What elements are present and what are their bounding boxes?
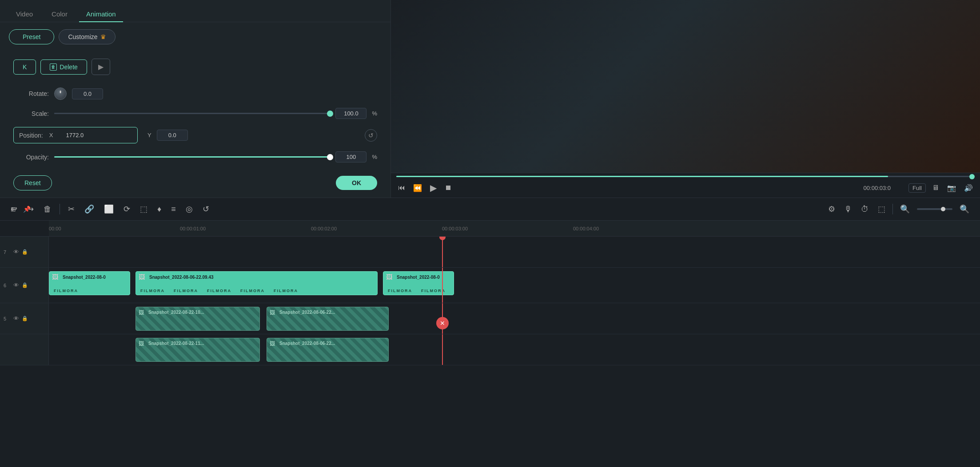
- track-num-6: 6: [4, 283, 11, 288]
- rotate-dial[interactable]: [54, 87, 67, 100]
- track-lock-6[interactable]: 🔒: [22, 282, 28, 288]
- link-button[interactable]: 🔗: [83, 202, 96, 216]
- stabilize-icon[interactable]: ⚙: [826, 202, 837, 216]
- rotate-row: Rotate:: [13, 87, 377, 100]
- scale-input[interactable]: [335, 108, 367, 119]
- playhead-7: [442, 237, 443, 267]
- track-content-6: 🖼 Snapshot_2022-08-0 FILMORA 🖼 Snapshot_…: [49, 268, 980, 303]
- ruler-mark-3: 00:00:03:00: [442, 226, 468, 231]
- tab-animation[interactable]: Animation: [79, 7, 123, 22]
- clip-6-2[interactable]: 🖼 Snapshot_2022-08-06-22.09.43 FILMORA F…: [135, 271, 378, 295]
- playhead-4: [442, 334, 443, 365]
- clip-6-1-label: Snapshot_2022-08-0: [60, 274, 108, 281]
- k-icon: K: [23, 63, 27, 71]
- pip-button[interactable]: ⬚: [138, 202, 149, 216]
- zoom-in-button[interactable]: 🔍: [958, 202, 971, 216]
- target-button[interactable]: ◎: [184, 202, 195, 216]
- position-y-input[interactable]: [157, 130, 188, 141]
- add-track-button[interactable]: ⊞: [9, 204, 18, 214]
- reset-tool-button[interactable]: ↺: [201, 202, 211, 216]
- rotate-tool-button[interactable]: ⟳: [122, 202, 132, 216]
- track-row-7: 7 👁 🔒: [0, 237, 980, 268]
- track-header-7: 7 👁 🔒: [0, 237, 49, 267]
- opacity-track[interactable]: [54, 156, 330, 158]
- play-button[interactable]: ▶: [92, 59, 110, 75]
- step-back-button[interactable]: ⏪: [411, 182, 424, 194]
- preview-canvas: [391, 0, 980, 173]
- position-x-input[interactable]: [59, 131, 90, 139]
- position-reset-button[interactable]: ↺: [365, 129, 377, 142]
- volume-icon[interactable]: 🔊: [962, 182, 975, 194]
- k-button[interactable]: K: [13, 59, 36, 75]
- right-toolbar: ⚙ 🎙 ⏱ ⬚ 🔍 🔍: [826, 202, 971, 216]
- track-eye-5[interactable]: 👁: [13, 315, 19, 322]
- left-panel: Video Color Animation Preset Customize ♛…: [0, 0, 391, 198]
- opacity-thumb[interactable]: [327, 154, 333, 160]
- position-box: Position: X: [13, 127, 138, 143]
- track-eye-7[interactable]: 👁: [13, 249, 19, 255]
- track-lock-5[interactable]: 🔒: [22, 316, 28, 321]
- scale-fill: [54, 113, 330, 114]
- delete-button[interactable]: 🗑 Delete: [40, 59, 87, 75]
- clip-6-2-label: Snapshot_2022-08-06-22.09.43: [147, 274, 216, 281]
- ruler-mark-1: 00:00:01:00: [180, 226, 206, 231]
- cut-button[interactable]: ✂: [66, 202, 76, 216]
- track-content-4: 🖼 Snapshot_2022-08-22-11... 🖼 Snapshot_2…: [49, 334, 980, 365]
- skip-back-button[interactable]: ⏮: [396, 182, 407, 194]
- preset-button[interactable]: Preset: [9, 29, 54, 44]
- clip-4-2[interactable]: 🖼 Snapshot_2022-08-06-22...: [267, 338, 389, 362]
- clip-5-2[interactable]: 🖼 Snapshot_2022-08-06-22...: [267, 307, 389, 331]
- tab-color[interactable]: Color: [44, 7, 75, 22]
- quality-selector[interactable]: Full: [908, 183, 926, 193]
- screenshot-icon[interactable]: 📷: [945, 182, 958, 194]
- monitor-icon[interactable]: 🖥: [930, 182, 941, 194]
- play-pause-button[interactable]: ▶: [428, 181, 438, 195]
- clip-6-2-filmora: FILMORA FILMORA FILMORA FILMORA FILMORA: [136, 289, 377, 293]
- transport-progress[interactable]: [396, 176, 975, 177]
- track-num-7: 7: [4, 249, 11, 255]
- track-row-4: 🖼 Snapshot_2022-08-22-11... 🖼 Snapshot_2…: [0, 334, 980, 365]
- transport-controls: ⏮ ⏪ ▶ ⏹ 00:00:03:0 Full 🖥 📷 🔊: [396, 181, 975, 195]
- position-x-label: X: [49, 132, 53, 139]
- clip-6-3[interactable]: 🖼 Snapshot_2022-08-0 FILMORA FILMORA: [383, 271, 454, 295]
- position-y-label: Y: [147, 132, 151, 139]
- crop-button[interactable]: ⬜: [102, 202, 116, 216]
- progress-thumb[interactable]: [969, 174, 975, 179]
- rotate-label: Rotate:: [13, 90, 49, 97]
- track-eye-6[interactable]: 👁: [13, 282, 19, 289]
- ok-button[interactable]: OK: [336, 176, 377, 190]
- keyframe-tool-button[interactable]: ♦: [155, 203, 163, 216]
- scale-track[interactable]: [54, 113, 330, 114]
- ruler-mark-0: 00:00: [49, 226, 61, 231]
- customize-button[interactable]: Customize ♛: [59, 29, 115, 44]
- stop-button[interactable]: ⏹: [443, 182, 454, 194]
- reset-button[interactable]: Reset: [13, 175, 52, 190]
- clip-6-3-label: Snapshot_2022-08-0: [394, 274, 442, 281]
- crown-icon: ♛: [100, 33, 106, 40]
- track-row-5: 5 👁 🔒 🖼 Snapshot_2022-08-22-10... 🖼 Snap…: [0, 303, 980, 334]
- clip-5-1[interactable]: 🖼 Snapshot_2022-08-22-10...: [135, 307, 260, 331]
- opacity-input[interactable]: [335, 151, 367, 162]
- opacity-row: Opacity: %: [13, 151, 377, 162]
- customize-label: Customize: [68, 33, 97, 40]
- opacity-unit: %: [372, 154, 377, 160]
- tab-video[interactable]: Video: [9, 7, 40, 22]
- zoom-thumb[interactable]: [941, 207, 945, 211]
- speed-icon[interactable]: ⏱: [859, 203, 871, 216]
- scale-row: Scale: %: [13, 108, 377, 119]
- scale-thumb[interactable]: [327, 111, 333, 117]
- equalizer-button[interactable]: ≡: [169, 203, 178, 216]
- track-lock-7[interactable]: 🔒: [22, 249, 28, 255]
- toolbar-separator-2: [892, 204, 893, 214]
- clip-6-1[interactable]: 🖼 Snapshot_2022-08-0 FILMORA: [49, 271, 130, 295]
- audio-icon[interactable]: 🎙: [842, 203, 854, 216]
- opacity-slider-wrap: [54, 156, 330, 158]
- trash-button[interactable]: 🗑: [42, 203, 53, 216]
- clip-4-1[interactable]: 🖼 Snapshot_2022-08-22-11...: [135, 338, 260, 362]
- pin-button[interactable]: 📌: [21, 204, 32, 214]
- rotate-input[interactable]: [72, 88, 103, 99]
- track-add-area: ⊞ 📌: [9, 204, 32, 214]
- zoom-out-button[interactable]: 🔍: [898, 202, 912, 216]
- playhead-marker[interactable]: ✕: [436, 317, 449, 329]
- effects-icon[interactable]: ⬚: [876, 202, 887, 216]
